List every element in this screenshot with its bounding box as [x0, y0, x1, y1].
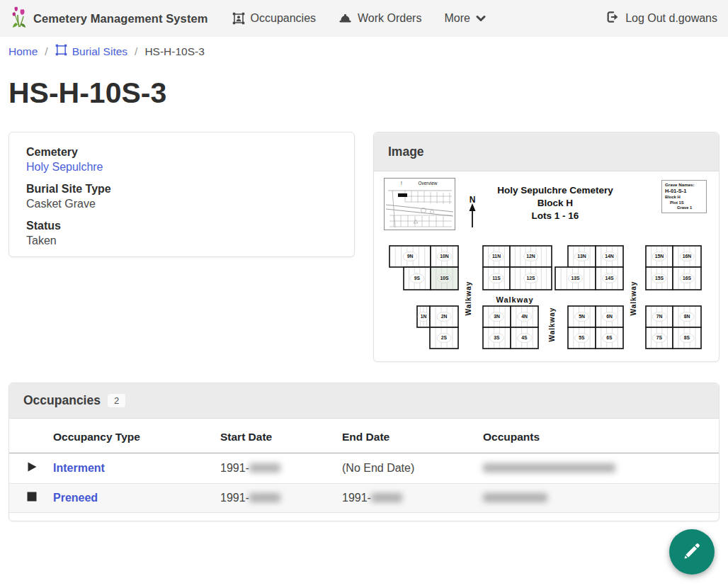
- hard-hat-icon: [339, 12, 352, 25]
- plot-cell-2s[interactable]: 2S: [430, 327, 458, 349]
- svg-text:Block H: Block H: [538, 198, 573, 208]
- redacted-text: [249, 493, 280, 502]
- table-header-row: Occupancy TypeStart DateEnd DateOccupant…: [9, 419, 719, 453]
- svg-text:Block H: Block H: [665, 195, 681, 199]
- plot-cell-8s[interactable]: 8S: [673, 327, 701, 349]
- svg-text:5S: 5S: [579, 335, 585, 340]
- plot-cell-7n[interactable]: 7N: [646, 306, 673, 327]
- plot-cell-11n[interactable]: 11N: [483, 246, 510, 267]
- plot-cell-13n[interactable]: 13N: [568, 246, 596, 267]
- svg-text:!: !: [401, 181, 402, 186]
- svg-text:8N: 8N: [684, 314, 690, 319]
- svg-text:8S: 8S: [684, 335, 690, 340]
- svg-text:16S: 16S: [683, 276, 692, 281]
- svg-text:Walkway: Walkway: [496, 295, 533, 304]
- plot-cell-15s[interactable]: 15S: [646, 267, 673, 290]
- svg-text:13N: 13N: [577, 254, 586, 259]
- edit-button[interactable]: [669, 529, 715, 575]
- navbar: Cemetery Management System Occupancies: [0, 0, 728, 37]
- app-title: Cemetery Management System: [33, 12, 208, 26]
- start-date-cell: 1991-: [220, 453, 342, 484]
- nav-item-occupancies[interactable]: Occupancies: [232, 12, 317, 25]
- plot-cell-14s[interactable]: 14S: [596, 267, 623, 290]
- plot-cell-9s[interactable]: 9S: [404, 267, 431, 290]
- svg-text:16N: 16N: [683, 254, 692, 259]
- nav-item-more[interactable]: More: [444, 12, 485, 25]
- map-title: Holy Sepulchre Cemetery Block H Lots 1 -…: [497, 185, 613, 221]
- svg-text:Grave 1: Grave 1: [677, 205, 693, 210]
- occupancy-type-link[interactable]: Preneed: [53, 492, 98, 504]
- plot-cell-3n[interactable]: 3N: [483, 306, 511, 327]
- plot-cell-5s[interactable]: 5S: [568, 327, 596, 349]
- image-card-title: Image: [388, 145, 424, 159]
- plot-cell-1n[interactable]: 1N: [417, 306, 430, 327]
- svg-text:4S: 4S: [521, 335, 528, 340]
- logout-label: Log Out d.gowans: [625, 12, 717, 25]
- redacted-text: [483, 463, 615, 473]
- plot-cell-4n[interactable]: 4N: [511, 306, 538, 327]
- image-card: Image Overview !: [373, 132, 720, 362]
- plot-cell-15n[interactable]: 15N: [646, 246, 673, 267]
- plot-cell-6n[interactable]: 6N: [596, 306, 623, 327]
- pencil-icon: [682, 541, 702, 563]
- cemetery-link[interactable]: Holy Sepulchre: [26, 161, 103, 173]
- svg-text:7N: 7N: [656, 314, 663, 319]
- plot-cell-3s[interactable]: 3S: [483, 327, 511, 349]
- burial-site-icon: [55, 44, 67, 59]
- svg-text:11N: 11N: [492, 254, 501, 259]
- breadcrumb-separator: /: [135, 45, 137, 58]
- app-root: Cemetery Management System Occupancies: [0, 0, 728, 588]
- plot-cell-13s[interactable]: 13S: [555, 267, 596, 290]
- north-arrow-icon: N: [470, 195, 476, 227]
- plot-cell-14n[interactable]: 14N: [596, 246, 623, 267]
- plot-cell-11s[interactable]: 11S: [483, 267, 510, 290]
- page-title: HS-H-10S-3: [8, 77, 166, 110]
- plot-cell-4s[interactable]: 4S: [511, 327, 538, 349]
- column-header: End Date: [342, 419, 483, 453]
- nav-item-label: Occupancies: [251, 12, 317, 25]
- logout-button[interactable]: Log Out d.gowans: [606, 11, 717, 26]
- plot-cell-6s[interactable]: 6S: [596, 327, 623, 349]
- occupancies-count-badge: 2: [108, 394, 125, 407]
- svg-text:2S: 2S: [441, 335, 448, 340]
- breadcrumb-burial-sites-link[interactable]: Burial Sites: [55, 44, 127, 59]
- image-card-header: Image: [374, 132, 719, 171]
- plot-cell-10n[interactable]: 10N: [431, 246, 458, 267]
- details-card: Cemetery Holy Sepulchre Burial Site Type…: [8, 132, 355, 257]
- plot-cell-2n[interactable]: 2N: [430, 306, 458, 327]
- breadcrumb-home-link[interactable]: Home: [8, 45, 38, 58]
- svg-text:11S: 11S: [492, 276, 501, 281]
- svg-text:7S: 7S: [656, 335, 663, 340]
- breadcrumb: Home / Burial Sites / HS-H-10S-3: [8, 44, 205, 59]
- brand[interactable]: Cemetery Management System: [11, 6, 208, 31]
- svg-text:12S: 12S: [526, 276, 535, 281]
- column-header: Occupancy Type: [53, 419, 220, 453]
- svg-text:N: N: [470, 195, 476, 205]
- svg-text:14N: 14N: [605, 254, 614, 259]
- svg-text:10S: 10S: [440, 276, 449, 281]
- svg-text:1N: 1N: [421, 314, 427, 319]
- column-header: Start Date: [220, 419, 342, 453]
- chevron-down-icon: [476, 15, 486, 22]
- svg-text:12N: 12N: [526, 254, 535, 259]
- plot-cell-12n[interactable]: 12N: [510, 246, 552, 267]
- plot-cell-16n[interactable]: 16N: [673, 246, 701, 267]
- plot-cell-8n[interactable]: 8N: [673, 306, 701, 327]
- nav-item-work-orders[interactable]: Work Orders: [339, 12, 421, 25]
- grave-names-legend: Grave Names: H-01-S-1 Block H Plot 1S Gr…: [662, 181, 707, 213]
- svg-text:6S: 6S: [606, 335, 613, 340]
- plot-cell-12s[interactable]: 12S: [510, 267, 552, 290]
- cemetery-plot-map[interactable]: Overview !: [384, 176, 710, 355]
- plot-cell-16s[interactable]: 16S: [673, 267, 701, 290]
- plot-cell-5n[interactable]: 5N: [568, 306, 596, 327]
- status-label: Status: [26, 220, 337, 232]
- plot-cell-7s[interactable]: 7S: [646, 327, 673, 349]
- plot-cell-9n[interactable]: 9N: [389, 246, 431, 267]
- svg-text:Walkway: Walkway: [548, 307, 556, 342]
- overview-thumbnail: Overview !: [385, 179, 455, 230]
- start-date-cell: 1991-: [220, 484, 342, 513]
- svg-text:3N: 3N: [494, 314, 500, 319]
- plot-cell-10s[interactable]: 10S: [431, 267, 458, 290]
- occupancy-type-link[interactable]: Interment: [53, 462, 105, 474]
- svg-text:4N: 4N: [521, 314, 528, 319]
